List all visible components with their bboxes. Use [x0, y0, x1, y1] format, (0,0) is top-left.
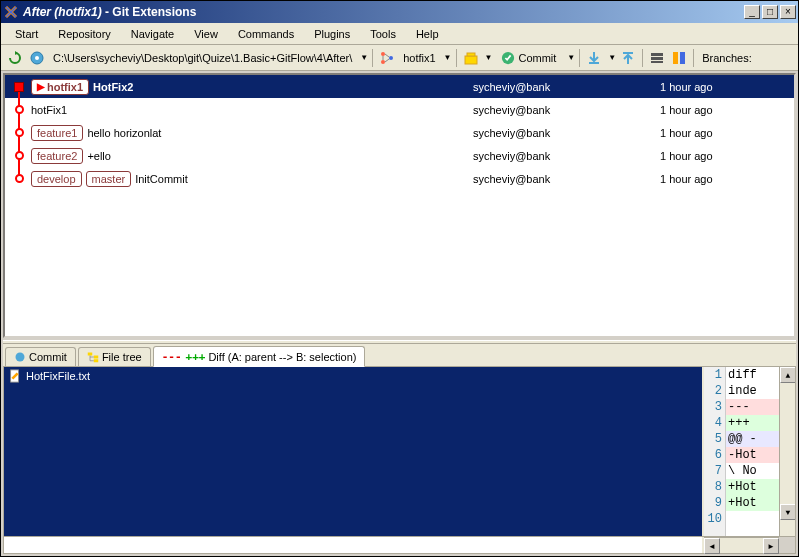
tab-commit[interactable]: Commit [5, 347, 76, 366]
svg-rect-13 [673, 52, 678, 64]
ref-tag[interactable]: master [86, 171, 132, 187]
diff-panel: 12345678910 diffinde--- +++ @@ --Hot\ No… [704, 367, 795, 536]
stash-dropdown-icon[interactable]: ▼ [485, 53, 493, 62]
commit-date-cell: 1 hour ago [660, 173, 790, 185]
refresh-button[interactable] [5, 48, 25, 68]
svg-rect-14 [680, 52, 685, 64]
window-title: After (hotfix1) - Git Extensions [23, 5, 744, 19]
diff-scrollbar-horizontal[interactable]: ◄ ► [704, 537, 779, 553]
repo-path[interactable]: C:\Users\sycheviy\Desktop\git\Quize\1.Ba… [49, 52, 356, 64]
menu-navigate[interactable]: Navigate [121, 25, 184, 43]
ref-tag[interactable]: ▶hotfix1 [31, 79, 89, 95]
graph-node [9, 167, 29, 190]
pull-button[interactable] [584, 48, 604, 68]
commit-message-cell: developmasterInitCommit [29, 171, 473, 187]
scroll-down-icon[interactable]: ▼ [780, 504, 795, 520]
commit-dropdown-icon[interactable]: ▼ [567, 53, 575, 62]
menu-start[interactable]: Start [5, 25, 48, 43]
window-controls: _ □ × [744, 5, 796, 19]
current-branch[interactable]: hotfix1 [399, 52, 439, 64]
layout-button-2[interactable] [669, 48, 689, 68]
menu-help[interactable]: Help [406, 25, 449, 43]
commit-date-cell: 1 hour ago [660, 104, 790, 116]
menu-view[interactable]: View [184, 25, 228, 43]
scroll-up-icon[interactable]: ▲ [780, 367, 795, 383]
svg-point-4 [389, 56, 393, 60]
commit-row[interactable]: hotFix1sycheviy@bank1 hour ago [5, 98, 794, 121]
diff-scrollbar-vertical[interactable]: ▲ ▼ [779, 367, 795, 536]
browse-button[interactable] [27, 48, 47, 68]
menubar: Start Repository Navigate View Commands … [1, 23, 798, 45]
tab-filetree[interactable]: File tree [78, 347, 151, 366]
minimize-button[interactable]: _ [744, 5, 760, 19]
commit-list[interactable]: ▶hotfix1HotFix2sycheviy@bank1 hour agoho… [3, 73, 796, 338]
file-list-panel[interactable]: HotFixFile.txt [4, 367, 704, 536]
app-icon [3, 4, 19, 20]
svg-point-2 [381, 52, 385, 56]
svg-rect-5 [465, 56, 477, 64]
svg-rect-9 [623, 52, 633, 54]
scroll-right-icon[interactable]: ► [763, 538, 779, 554]
diff-gutter: 12345678910 [704, 367, 726, 536]
layout-button-1[interactable] [647, 48, 667, 68]
svg-rect-10 [651, 53, 663, 56]
scroll-left-icon[interactable]: ◄ [704, 538, 720, 554]
svg-point-3 [381, 60, 385, 64]
titlebar: After (hotfix1) - Git Extensions _ □ × [1, 1, 798, 23]
svg-point-1 [35, 56, 39, 60]
commit-message-cell: ▶hotfix1HotFix2 [29, 79, 473, 95]
diff-text[interactable]: diffinde--- +++ @@ --Hot\ No+Hot+Hot [726, 367, 779, 536]
svg-rect-11 [651, 57, 663, 60]
file-item[interactable]: HotFixFile.txt [4, 367, 702, 385]
commit-author-cell: sycheviy@bank [473, 81, 660, 93]
menu-tools[interactable]: Tools [360, 25, 406, 43]
commit-author-cell: sycheviy@bank [473, 150, 660, 162]
branches-label: Branches: [698, 52, 756, 64]
detail-tabs: Commit File tree ---+++ Diff (A: parent … [3, 344, 796, 366]
commit-message-cell: hotFix1 [29, 104, 473, 116]
commit-date-cell: 1 hour ago [660, 127, 790, 139]
commit-message-cell: feature2+ello [29, 148, 473, 164]
commit-author-cell: sycheviy@bank [473, 173, 660, 185]
svg-rect-17 [94, 356, 99, 359]
ref-tag[interactable]: feature1 [31, 125, 83, 141]
commit-button[interactable]: Commit [494, 48, 563, 68]
commit-author-cell: sycheviy@bank [473, 104, 660, 116]
commit-date-cell: 1 hour ago [660, 150, 790, 162]
commit-row[interactable]: feature1hello horizonlatsycheviy@bank1 h… [5, 121, 794, 144]
close-button[interactable]: × [780, 5, 796, 19]
ref-tag[interactable]: develop [31, 171, 82, 187]
branch-icon[interactable] [377, 48, 397, 68]
toolbar: C:\Users\sycheviy\Desktop\git\Quize\1.Ba… [1, 45, 798, 71]
svg-rect-18 [94, 359, 99, 362]
path-dropdown-icon[interactable]: ▼ [360, 53, 368, 62]
svg-rect-12 [651, 61, 663, 63]
stash-button[interactable] [461, 48, 481, 68]
graph-node [9, 121, 29, 144]
commit-date-cell: 1 hour ago [660, 81, 790, 93]
commit-row[interactable]: ▶hotfix1HotFix2sycheviy@bank1 hour ago [5, 75, 794, 98]
graph-node [9, 98, 29, 121]
commit-message-cell: feature1hello horizonlat [29, 125, 473, 141]
menu-repository[interactable]: Repository [48, 25, 121, 43]
graph-node [9, 144, 29, 167]
menu-commands[interactable]: Commands [228, 25, 304, 43]
graph-node [9, 75, 29, 98]
ref-tag[interactable]: feature2 [31, 148, 83, 164]
svg-rect-6 [467, 53, 475, 56]
commit-row[interactable]: feature2+ellosycheviy@bank1 hour ago [5, 144, 794, 167]
svg-point-15 [16, 353, 25, 362]
svg-rect-16 [88, 353, 93, 356]
commit-author-cell: sycheviy@bank [473, 127, 660, 139]
maximize-button[interactable]: □ [762, 5, 778, 19]
branch-dropdown-icon[interactable]: ▼ [444, 53, 452, 62]
svg-rect-8 [589, 62, 599, 64]
push-button[interactable] [618, 48, 638, 68]
tab-diff[interactable]: ---+++ Diff (A: parent --> B: selection) [153, 346, 366, 367]
menu-plugins[interactable]: Plugins [304, 25, 360, 43]
pull-dropdown-icon[interactable]: ▼ [608, 53, 616, 62]
commit-row[interactable]: developmasterInitCommitsycheviy@bank1 ho… [5, 167, 794, 190]
